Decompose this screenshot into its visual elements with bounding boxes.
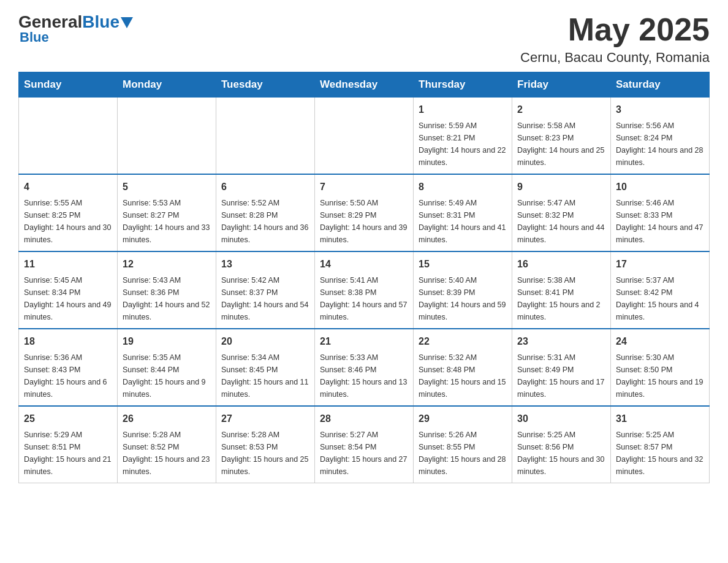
day-number: 22 [419,334,507,349]
day-number: 9 [517,180,605,194]
day-info: Sunrise: 5:53 AMSunset: 8:27 PMDaylight:… [123,197,211,246]
logo-blue-part: Blue [82,12,133,32]
day-info: Sunrise: 5:26 AMSunset: 8:55 PMDaylight:… [419,429,507,478]
day-info: Sunrise: 5:50 AMSunset: 8:29 PMDaylight:… [320,197,408,246]
day-info: Sunrise: 5:25 AMSunset: 8:57 PMDaylight:… [616,429,704,478]
day-info: Sunrise: 5:29 AMSunset: 8:51 PMDaylight:… [24,429,112,478]
weekday-header-thursday: Thursday [414,72,512,98]
calendar-cell: 14Sunrise: 5:41 AMSunset: 8:38 PMDayligh… [315,251,414,329]
calendar-week-row-4: 18Sunrise: 5:36 AMSunset: 8:43 PMDayligh… [19,329,710,406]
day-info: Sunrise: 5:37 AMSunset: 8:42 PMDaylight:… [616,274,704,323]
day-info: Sunrise: 5:42 AMSunset: 8:37 PMDaylight:… [221,274,309,323]
day-info: Sunrise: 5:31 AMSunset: 8:49 PMDaylight:… [517,351,605,400]
day-number: 23 [517,334,605,349]
calendar-cell: 10Sunrise: 5:46 AMSunset: 8:33 PMDayligh… [611,174,710,251]
calendar-cell: 21Sunrise: 5:33 AMSunset: 8:46 PMDayligh… [315,329,414,406]
calendar-cell: 7Sunrise: 5:50 AMSunset: 8:29 PMDaylight… [315,174,414,251]
day-number: 12 [123,257,211,272]
day-info: Sunrise: 5:55 AMSunset: 8:25 PMDaylight:… [24,197,112,246]
day-number: 16 [517,257,605,272]
logo: General Blue Blue [18,12,133,45]
calendar-cell [315,98,414,175]
location-title: Cernu, Bacau County, Romania [520,50,710,66]
calendar-cell: 23Sunrise: 5:31 AMSunset: 8:49 PMDayligh… [512,329,611,406]
calendar-cell: 22Sunrise: 5:32 AMSunset: 8:48 PMDayligh… [414,329,512,406]
calendar-cell: 11Sunrise: 5:45 AMSunset: 8:34 PMDayligh… [19,251,118,329]
calendar-cell: 6Sunrise: 5:52 AMSunset: 8:28 PMDaylight… [216,174,315,251]
day-info: Sunrise: 5:59 AMSunset: 8:21 PMDaylight:… [419,120,507,169]
day-info: Sunrise: 5:46 AMSunset: 8:33 PMDaylight:… [616,197,704,246]
day-number: 4 [24,180,112,194]
logo-blue-text: Blue [82,12,119,32]
day-info: Sunrise: 5:58 AMSunset: 8:23 PMDaylight:… [517,120,605,169]
weekday-header-sunday: Sunday [19,72,118,98]
calendar-cell: 16Sunrise: 5:38 AMSunset: 8:41 PMDayligh… [512,251,611,329]
day-number: 17 [616,257,704,272]
calendar-cell: 4Sunrise: 5:55 AMSunset: 8:25 PMDaylight… [19,174,118,251]
calendar-week-row-1: 1Sunrise: 5:59 AMSunset: 8:21 PMDaylight… [19,98,710,175]
logo-triangle-icon [121,17,133,28]
day-number: 29 [419,412,507,426]
calendar-cell: 19Sunrise: 5:35 AMSunset: 8:44 PMDayligh… [118,329,216,406]
day-number: 18 [24,334,112,349]
day-number: 21 [320,334,408,349]
calendar-cell: 3Sunrise: 5:56 AMSunset: 8:24 PMDaylight… [611,98,710,175]
day-info: Sunrise: 5:41 AMSunset: 8:38 PMDaylight:… [320,274,408,323]
day-number: 15 [419,257,507,272]
calendar-table: SundayMondayTuesdayWednesdayThursdayFrid… [18,72,710,483]
calendar-cell: 25Sunrise: 5:29 AMSunset: 8:51 PMDayligh… [19,406,118,483]
day-info: Sunrise: 5:38 AMSunset: 8:41 PMDaylight:… [517,274,605,323]
calendar-week-row-2: 4Sunrise: 5:55 AMSunset: 8:25 PMDaylight… [19,174,710,251]
calendar-cell: 29Sunrise: 5:26 AMSunset: 8:55 PMDayligh… [414,406,512,483]
calendar-cell: 27Sunrise: 5:28 AMSunset: 8:53 PMDayligh… [216,406,315,483]
day-number: 28 [320,412,408,426]
day-info: Sunrise: 5:36 AMSunset: 8:43 PMDaylight:… [24,351,112,400]
day-number: 3 [616,102,704,117]
day-info: Sunrise: 5:47 AMSunset: 8:32 PMDaylight:… [517,197,605,246]
calendar-cell: 1Sunrise: 5:59 AMSunset: 8:21 PMDaylight… [414,98,512,175]
weekday-header-monday: Monday [118,72,216,98]
day-number: 26 [123,412,211,426]
calendar-cell [216,98,315,175]
weekday-header-friday: Friday [512,72,611,98]
day-number: 19 [123,334,211,349]
title-section: May 2025 Cernu, Bacau County, Romania [520,12,710,66]
calendar-week-row-3: 11Sunrise: 5:45 AMSunset: 8:34 PMDayligh… [19,251,710,329]
calendar-cell: 24Sunrise: 5:30 AMSunset: 8:50 PMDayligh… [611,329,710,406]
day-info: Sunrise: 5:35 AMSunset: 8:44 PMDaylight:… [123,351,211,400]
calendar-cell: 12Sunrise: 5:43 AMSunset: 8:36 PMDayligh… [118,251,216,329]
day-number: 30 [517,412,605,426]
day-number: 2 [517,102,605,117]
calendar-cell: 28Sunrise: 5:27 AMSunset: 8:54 PMDayligh… [315,406,414,483]
day-number: 31 [616,412,704,426]
day-number: 24 [616,334,704,349]
calendar-cell: 17Sunrise: 5:37 AMSunset: 8:42 PMDayligh… [611,251,710,329]
calendar-cell: 15Sunrise: 5:40 AMSunset: 8:39 PMDayligh… [414,251,512,329]
day-number: 8 [419,180,507,194]
day-info: Sunrise: 5:32 AMSunset: 8:48 PMDaylight:… [419,351,507,400]
day-info: Sunrise: 5:34 AMSunset: 8:45 PMDaylight:… [221,351,309,400]
day-number: 20 [221,334,309,349]
day-info: Sunrise: 5:28 AMSunset: 8:52 PMDaylight:… [123,429,211,478]
day-number: 13 [221,257,309,272]
day-info: Sunrise: 5:45 AMSunset: 8:34 PMDaylight:… [24,274,112,323]
day-number: 25 [24,412,112,426]
calendar-cell: 20Sunrise: 5:34 AMSunset: 8:45 PMDayligh… [216,329,315,406]
calendar-cell: 18Sunrise: 5:36 AMSunset: 8:43 PMDayligh… [19,329,118,406]
calendar-cell: 30Sunrise: 5:25 AMSunset: 8:56 PMDayligh… [512,406,611,483]
logo-underline: Blue [20,29,49,45]
calendar-cell: 9Sunrise: 5:47 AMSunset: 8:32 PMDaylight… [512,174,611,251]
weekday-header-wednesday: Wednesday [315,72,414,98]
day-info: Sunrise: 5:27 AMSunset: 8:54 PMDaylight:… [320,429,408,478]
day-number: 5 [123,180,211,194]
day-info: Sunrise: 5:49 AMSunset: 8:31 PMDaylight:… [419,197,507,246]
calendar-cell: 31Sunrise: 5:25 AMSunset: 8:57 PMDayligh… [611,406,710,483]
day-info: Sunrise: 5:56 AMSunset: 8:24 PMDaylight:… [616,120,704,169]
page-header: General Blue Blue May 2025 Cernu, Bacau … [18,12,710,66]
calendar-cell: 13Sunrise: 5:42 AMSunset: 8:37 PMDayligh… [216,251,315,329]
calendar-cell: 5Sunrise: 5:53 AMSunset: 8:27 PMDaylight… [118,174,216,251]
calendar-week-row-5: 25Sunrise: 5:29 AMSunset: 8:51 PMDayligh… [19,406,710,483]
weekday-header-tuesday: Tuesday [216,72,315,98]
calendar-cell [19,98,118,175]
day-number: 11 [24,257,112,272]
